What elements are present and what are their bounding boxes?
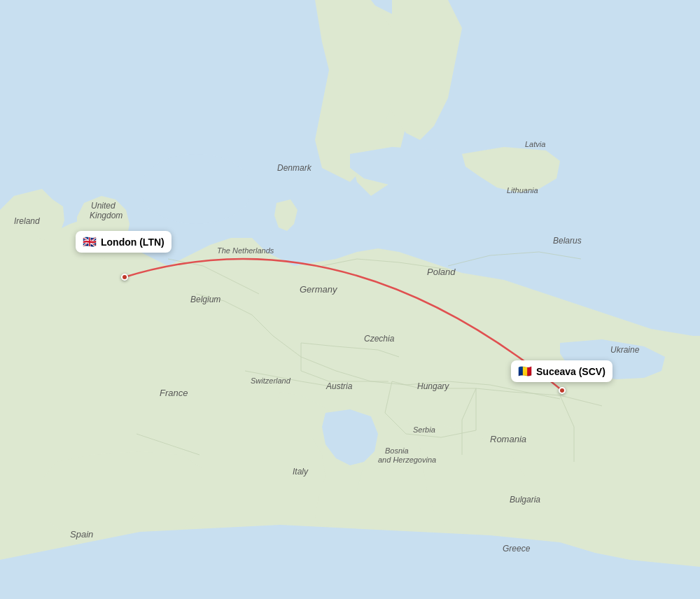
- svg-text:Bulgaria: Bulgaria: [510, 495, 540, 505]
- svg-text:and Herzegovina: and Herzegovina: [378, 456, 436, 464]
- svg-point-1: [140, 154, 252, 224]
- svg-text:Greece: Greece: [503, 544, 531, 554]
- svg-text:Serbia: Serbia: [413, 425, 435, 434]
- svg-text:Hungary: Hungary: [417, 381, 449, 391]
- uk-flag-icon: 🇬🇧: [83, 235, 97, 248]
- map-svg: Ireland United Kingdom Denmark The Nethe…: [0, 0, 700, 599]
- svg-text:United: United: [91, 201, 115, 211]
- svg-text:Denmark: Denmark: [277, 163, 312, 173]
- suceava-dot: [559, 387, 566, 394]
- map-container: Ireland United Kingdom Denmark The Nethe…: [0, 0, 700, 599]
- svg-text:Czechia: Czechia: [364, 334, 395, 344]
- london-bubble[interactable]: 🇬🇧 London (LTN): [76, 231, 172, 253]
- romania-flag-icon: 🇷🇴: [518, 365, 532, 378]
- svg-text:Poland: Poland: [427, 267, 456, 277]
- svg-text:Ireland: Ireland: [14, 216, 40, 226]
- svg-text:Kingdom: Kingdom: [90, 211, 122, 220]
- svg-text:Latvia: Latvia: [525, 140, 545, 148]
- svg-text:Romania: Romania: [490, 434, 526, 444]
- svg-text:Switzerland: Switzerland: [251, 376, 291, 385]
- london-dot: [121, 274, 128, 281]
- svg-text:The Netherlands: The Netherlands: [217, 246, 274, 255]
- svg-text:Spain: Spain: [70, 529, 93, 540]
- svg-text:Ukraine: Ukraine: [610, 345, 640, 355]
- svg-text:Austria: Austria: [326, 381, 353, 391]
- svg-text:France: France: [160, 388, 188, 398]
- svg-text:Belgium: Belgium: [190, 295, 220, 304]
- svg-text:Belarus: Belarus: [553, 236, 582, 246]
- suceava-bubble[interactable]: 🇷🇴 Suceava (SCV): [511, 360, 612, 382]
- suceava-label: Suceava (SCV): [536, 366, 606, 377]
- svg-text:Lithuania: Lithuania: [507, 186, 538, 195]
- svg-text:Italy: Italy: [293, 467, 309, 477]
- svg-text:Germany: Germany: [300, 284, 338, 295]
- london-label: London (LTN): [101, 237, 164, 248]
- svg-text:Bosnia: Bosnia: [385, 446, 409, 455]
